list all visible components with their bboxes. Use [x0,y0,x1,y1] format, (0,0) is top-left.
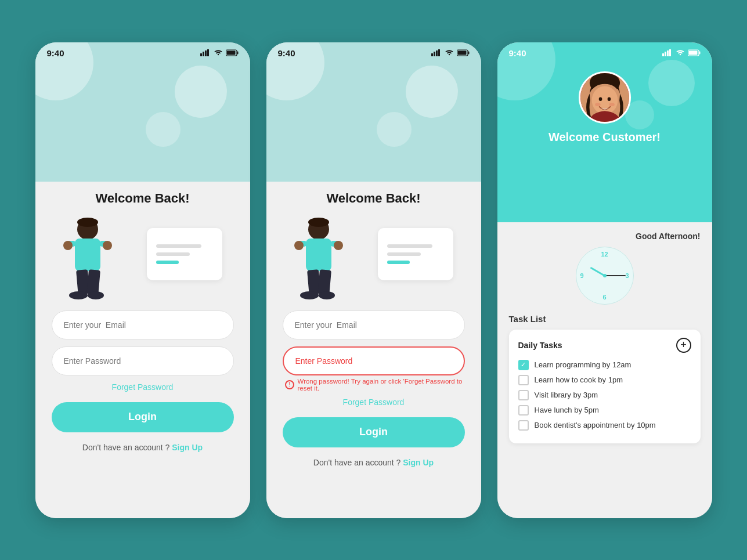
password-input-2-error[interactable] [283,346,465,375]
task-item-1: Learn how to cook by 1pm [518,375,691,385]
password-field-1[interactable] [64,356,222,366]
password-error-msg: ! Wrong password! Try again or click 'Fo… [283,378,465,392]
svg-rect-42 [688,51,697,55]
status-bar-2: 9:40 [266,42,481,62]
card-illustration-2 [378,228,453,280]
svg-rect-9 [75,239,100,271]
task-checkbox-1[interactable] [518,375,529,385]
bubble-1-3 [146,112,181,147]
email-field-1[interactable] [64,320,222,330]
signal-icon-1 [200,49,211,56]
svg-rect-38 [667,50,669,56]
svg-rect-0 [200,53,202,56]
wifi-icon-1 [214,49,223,56]
welcome-title-2: Welcome Back! [326,191,420,206]
card-line-2 [156,252,190,256]
task-label-2: Visit library by 3pm [535,391,598,399]
signup-link-2[interactable]: Sign Up [403,458,434,467]
clock-num-12: 12 [601,251,608,258]
signup-prompt-2: Don't have an account ? Sign Up [313,458,434,467]
error-icon: ! [285,380,294,389]
phone-login-normal: 9:40 [35,42,250,518]
clock-num-3: 3 [625,272,629,279]
task-checkbox-2[interactable] [518,390,529,400]
signal-icon-2 [431,49,442,56]
task-list-title: Task List [509,314,701,324]
minute-hand [605,275,626,276]
email-input-2[interactable] [283,310,465,339]
task-label-1: Learn how to cook by 1pm [535,375,623,384]
card-illustration-1 [147,228,222,280]
svg-rect-3 [207,49,209,56]
svg-rect-2 [205,50,207,56]
signup-link-1[interactable]: Sign Up [172,443,203,452]
svg-point-30 [294,241,304,250]
greeting-text: Good Afternoon! [509,232,701,241]
task-list-scroll: Learn programming by 12am Learn how to c… [518,360,691,435]
add-task-button[interactable]: + [676,338,691,353]
bubble-2-2 [406,66,458,118]
signup-prompt-1: Don't have an account ? Sign Up [82,443,203,452]
email-input-1[interactable] [52,310,234,339]
forget-password-link-2[interactable]: Forget Password [343,398,405,407]
svg-rect-18 [431,53,433,56]
person-illustration-1 [63,216,127,304]
card-line-4 [387,244,432,248]
svg-point-26 [308,218,329,227]
status-time-1: 9:40 [47,48,64,58]
clock-center-dot [603,274,607,277]
task-item-3: Have lunch by 5pm [518,405,691,416]
svg-rect-1 [203,52,204,56]
welcome-customer-text: Welcome Customer! [548,131,661,144]
login-button-2[interactable]: Login [283,417,465,447]
svg-point-13 [103,241,112,250]
svg-point-35 [319,291,335,299]
card-line-3 [156,261,179,264]
person-illustration-2 [294,216,358,304]
task-card: Daily Tasks + Learn programming by 12am … [509,330,701,443]
task-item-2: Visit library by 3pm [518,390,691,400]
svg-point-8 [77,218,98,227]
forget-password-link-1[interactable]: Forget Password [112,382,174,392]
user-avatar [579,71,631,124]
card-line-5 [387,252,421,256]
wifi-icon-2 [445,49,454,56]
svg-rect-21 [438,49,440,56]
svg-rect-41 [699,52,700,55]
password-input-1[interactable] [52,346,234,375]
status-icons-3 [662,49,701,56]
password-field-2[interactable] [295,356,452,366]
svg-point-34 [300,291,319,299]
task-checkbox-4[interactable] [518,420,529,431]
svg-rect-20 [436,50,438,56]
clock-num-9: 9 [580,272,584,279]
svg-point-47 [607,97,611,101]
form-area-2: Welcome Back! [266,182,481,518]
dashboard-hero: Welcome Customer! [497,42,712,222]
task-label-4: Book dentist's appointment by 10pm [535,421,656,429]
svg-rect-6 [226,51,235,55]
task-checkbox-0[interactable] [518,360,529,370]
login-button-1[interactable]: Login [52,402,234,432]
form-area-1: Welcome Back! [35,182,250,518]
svg-point-45 [591,86,618,114]
illustration-1 [52,211,234,304]
battery-icon-1 [226,49,239,56]
svg-point-17 [88,291,104,299]
clock-container: 12 3 6 9 [509,247,701,305]
status-bar-1: 9:40 [35,42,250,62]
card-line-6 [387,261,410,264]
svg-rect-33 [317,269,331,295]
svg-rect-23 [468,52,469,55]
status-bar-3: 9:40 [497,42,712,62]
battery-icon-3 [688,49,701,56]
hero-area-1 [35,42,250,182]
task-item-4: Book dentist's appointment by 10pm [518,420,691,431]
svg-rect-36 [662,53,664,56]
svg-rect-19 [434,52,435,56]
task-card-header: Daily Tasks + [518,338,691,353]
svg-point-31 [334,241,343,250]
email-field-2[interactable] [295,320,453,330]
task-checkbox-3[interactable] [518,405,529,416]
svg-rect-39 [669,49,671,56]
